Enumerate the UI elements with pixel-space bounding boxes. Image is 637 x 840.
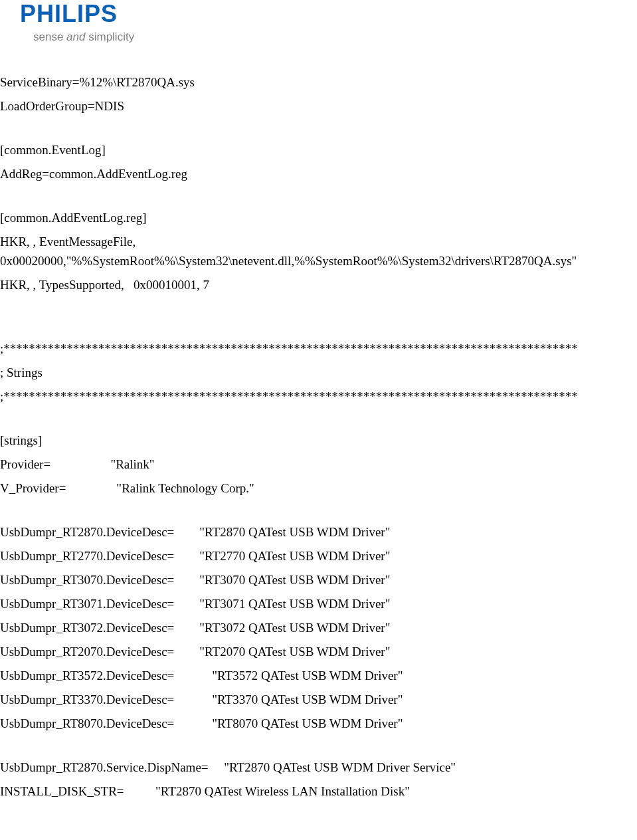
code-line: UsbDumpr_RT3370.DeviceDesc= "RT3370 QATe… <box>0 688 637 712</box>
code-line: ; Strings <box>0 361 637 385</box>
code-line: Provider= "Ralink" <box>0 453 637 476</box>
code-line: UsbDumpr_RT3072.DeviceDesc= "RT3072 QATe… <box>0 616 637 640</box>
code-line: [strings] <box>0 429 637 453</box>
code-line: ;***************************************… <box>0 337 637 361</box>
code-line: UsbDumpr_RT2870.DeviceDesc= "RT2870 QATe… <box>0 520 637 544</box>
code-line: UsbDumpr_RT3070.DeviceDesc= "RT3070 QATe… <box>0 568 637 592</box>
code-line: 0x00020000,"%%SystemRoot%%\System32\nete… <box>0 254 637 273</box>
code-line: V_Provider= "Ralink Technology Corp." <box>0 476 637 500</box>
code-line: HKR, , TypesSupported, 0x00010001, 7 <box>0 273 637 297</box>
code-line: UsbDumpr_RT3572.DeviceDesc= "RT3572 QATe… <box>0 664 637 688</box>
code-line: UsbDumpr_RT2870.Service.DispName= "RT287… <box>0 756 637 780</box>
tagline-and: and <box>66 31 85 43</box>
tagline-suffix: simplicity <box>85 31 134 43</box>
document-body: ServiceBinary=%12%\RT2870QA.sys LoadOrde… <box>0 51 637 803</box>
code-line: INSTALL_DISK_STR= "RT2870 QATest Wireles… <box>0 780 637 803</box>
code-line: LoadOrderGroup=NDIS <box>0 94 637 118</box>
code-line: AddReg=common.AddEventLog.reg <box>0 162 637 186</box>
code-line: UsbDumpr_RT2070.DeviceDesc= "RT2070 QATe… <box>0 640 637 664</box>
code-line: UsbDumpr_RT3071.DeviceDesc= "RT3071 QATe… <box>0 592 637 616</box>
code-line: [common.AddEventLog.reg] <box>0 206 637 230</box>
logo-brand: PHILIPS <box>20 0 637 28</box>
code-line: UsbDumpr_RT2770.DeviceDesc= "RT2770 QATe… <box>0 544 637 568</box>
code-line: ServiceBinary=%12%\RT2870QA.sys <box>0 70 637 94</box>
code-line: UsbDumpr_RT8070.DeviceDesc= "RT8070 QATe… <box>0 712 637 736</box>
code-line: HKR, , EventMessageFile, <box>0 230 637 254</box>
code-line: ;***************************************… <box>0 385 637 409</box>
code-line: [common.EventLog] <box>0 138 637 162</box>
tagline-prefix: sense <box>33 31 66 43</box>
logo-tagline: sense and simplicity <box>33 31 637 44</box>
philips-logo: PHILIPS sense and simplicity <box>20 0 637 44</box>
